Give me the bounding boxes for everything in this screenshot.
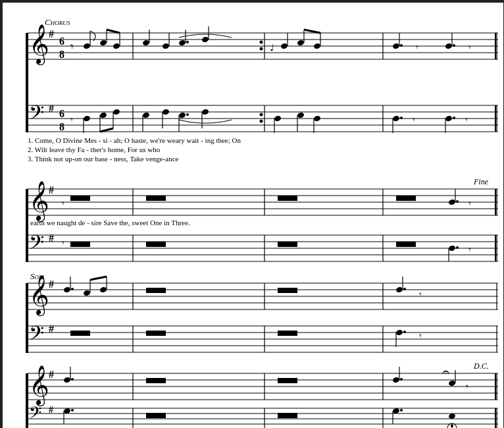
whole-rest-b4m2 [146,413,166,418]
key-sig-bass-1: # [49,103,54,114]
treble-clef-4: 𝄞 [29,365,49,407]
whole-rest-t2m4 [396,196,416,201]
whole-rest-t2m3 [278,196,297,201]
fermata-dot-bass [451,425,453,427]
rest-t1m3: ♩ [270,43,274,53]
key-sig-bass-4: # [49,405,53,415]
whole-rest-b2m3 [278,242,297,247]
bass-clef-4: 𝄢 [29,404,41,425]
key-sig-treble-3: # [49,279,54,290]
dot-t4m4-1 [400,378,403,381]
dot-b1m5-1 [453,117,455,119]
key-sig-treble-4: # [49,369,54,380]
dot-b2m5-1 [456,246,459,249]
dot-b4m1-1 [71,409,74,412]
dot-t3m1-1 [71,288,74,290]
whole-rest-b2m4 [396,242,416,247]
whole-rest-t4m2 [146,378,166,383]
key-sig-treble-2: # [49,184,54,196]
repeat-dot-b2 [260,120,263,123]
repeat-dot-2 [260,47,263,51]
key-sig-bass-2: # [49,232,54,244]
whole-rest-t2m1 [70,196,90,201]
whole-rest-b4m3 [278,413,297,418]
whole-rest-b3m1 [70,331,90,336]
treble-clef-2: 𝄞 [29,181,49,223]
treble-clef-3: 𝄞 [29,275,49,317]
dot-b1m2-3 [186,113,189,116]
dot-b4m4-1 [400,409,403,412]
dot-b3m4-1 [403,331,406,333]
key-sig-bass-3: # [49,323,54,334]
repeat-dot-1 [260,41,263,44]
key-sig-treble-1: # [49,28,54,40]
bass-clef-1: 𝄢 [29,102,44,128]
score-container: Chorus 𝄞 # 6 8 𝄢 # 6 8 𝄾 [0,0,504,428]
dot-t2m5-1 [456,200,459,203]
whole-rest-t2m2 [146,196,166,201]
whole-rest-b2m2 [146,242,166,247]
whole-rest-t4m3 [278,378,297,383]
whole-rest-t3m2 [146,288,166,293]
dot-t1m5-1 [453,44,455,47]
dot-t3m4-1 [403,288,406,290]
whole-rest-b3m3 [278,331,297,336]
treble-clef-1: 𝄞 [29,24,49,66]
dot-t4m1-1 [71,378,74,381]
whole-rest-b2m1 [70,242,90,247]
fermata-treble: 𝄐 [442,365,449,379]
lyric-continuation: earth we naught de - sire Save the, swee… [30,219,190,227]
repeat-dot-b1 [260,113,263,117]
dot-t1m4-1 [400,44,403,47]
lyric-line2: 2. Wilt leave thy Fa - ther's home, For … [28,146,161,153]
bass-clef-2: 𝄢 [29,232,44,258]
fine-label: Fine [473,177,489,186]
whole-rest-t3m3 [278,288,297,293]
dot-b1m4-1 [400,117,403,119]
time-sig-bot-bass-1: 8 [59,121,64,132]
time-sig-top-bass-1: 6 [59,108,64,119]
time-sig-top-treble-1: 6 [59,36,64,47]
time-sig-bot-treble-1: 8 [59,49,64,60]
dc-label: D.C. [473,361,489,371]
dot-t1m2-3 [186,41,189,43]
lyric-line3: 3. Think not up-on our base - ness, Take… [28,155,179,163]
lyric-line1: 1. Come, O Divine Mes - si - ah; O haste… [28,136,241,144]
bass-clef-3: 𝄢 [29,323,44,349]
whole-rest-b3m2 [146,331,166,336]
